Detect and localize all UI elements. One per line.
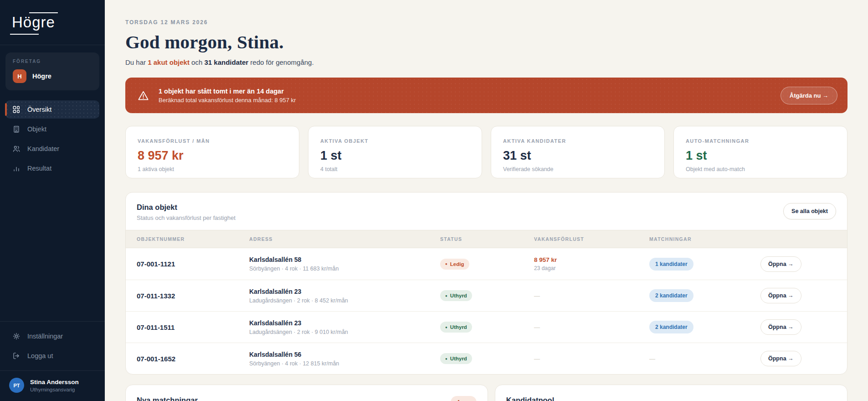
open-object-button[interactable]: Öppna → xyxy=(760,319,801,335)
open-object-button[interactable]: Öppna → xyxy=(760,351,801,366)
bottom-cards: Nya matchningar Kandidater som matchar d… xyxy=(125,385,847,401)
company-avatar: H xyxy=(13,69,26,83)
stat-card-aktiva-kandidater: AKTIVA KANDIDATER 31 st Verifierade söka… xyxy=(491,126,665,178)
column-header-adress: ADRESS xyxy=(249,236,440,242)
stat-sub: 4 totalt xyxy=(320,166,470,172)
sidebar-item-label: Objekt xyxy=(27,125,46,133)
intro-prefix: Du har xyxy=(125,58,148,66)
match-count: — xyxy=(649,355,760,362)
intro-line: Du har 1 akut objekt och 31 kandidater r… xyxy=(125,58,847,66)
intro-suffix: redo för genomgång. xyxy=(248,58,313,66)
table-header-row: OBJEKTNUMMER ADRESS STATUS VAKANSFÖRLUST… xyxy=(126,230,847,248)
sidebar-item-oversikt[interactable]: Översikt xyxy=(5,100,99,119)
warning-icon xyxy=(137,89,149,102)
user-profile[interactable]: PT Stina Andersson Uthyrningsansvarig xyxy=(0,370,105,401)
open-object-button[interactable]: Öppna → xyxy=(760,256,801,272)
stat-label: AKTIVA KANDIDATER xyxy=(503,138,652,144)
object-number: 07-011-1332 xyxy=(137,292,249,300)
stat-sub: Verifierade sökande xyxy=(503,166,652,172)
column-header-status: STATUS xyxy=(440,236,534,242)
stat-value: 8 957 kr xyxy=(138,149,287,163)
intro-middle: och xyxy=(190,58,205,66)
avatar: PT xyxy=(9,378,24,393)
table-row: 07-001-1652 Karlsdalsallén 56 Sörbyängen… xyxy=(126,343,847,374)
company-name: Högre xyxy=(32,73,51,80)
object-number: 07-011-1511 xyxy=(137,323,249,331)
object-number: 07-001-1652 xyxy=(137,355,249,363)
vacancy-alert-banner: 1 objekt har stått tomt i mer än 14 daga… xyxy=(125,78,847,113)
object-number: 07-001-1121 xyxy=(137,260,249,268)
object-address: Karlsdalsallén 23 xyxy=(249,288,440,295)
app-logo: Högre xyxy=(11,11,56,35)
status-badge: Uthyrd xyxy=(440,290,472,301)
profile-name: Stina Andersson xyxy=(30,379,79,385)
status-badge: Uthyrd xyxy=(440,322,472,333)
current-date: TORSDAG 12 MARS 2026 xyxy=(125,19,847,26)
sidebar-item-installningar[interactable]: Inställningar xyxy=(5,327,99,345)
alert-title: 1 objekt har stått tomt i mer än 14 daga… xyxy=(159,88,296,95)
match-count-badge: 1 kandidater xyxy=(649,258,693,271)
objects-table-card: Dina objekt Status och vakansförlust per… xyxy=(125,192,847,375)
intro-akut-highlight: 1 akut objekt xyxy=(148,58,190,66)
page-title: God morgon, Stina. xyxy=(125,31,847,53)
candidate-pool-card: Kandidatpool Hur väl matchar kandidatern… xyxy=(495,385,847,401)
object-details: Ladugårdsängen · 2 rok · 9 010 kr/mån xyxy=(249,329,440,335)
stat-card-aktiva-objekt: AKTIVA OBJEKT 1 st 4 totalt xyxy=(308,126,482,178)
stat-label: AUTO-MATCHNINGAR xyxy=(686,138,835,144)
stat-sub: 1 aktiva objekt xyxy=(138,166,287,172)
match-count-badge: 2 kandidater xyxy=(649,321,693,333)
sidebar: Högre FÖRETAG H Högre Översikt Objekt Ka… xyxy=(0,0,105,401)
card-title: Kandidatpool xyxy=(506,396,836,401)
profile-role: Uthyrningsansvarig xyxy=(30,387,79,392)
column-header-matchningar: MATCHNINGAR xyxy=(649,236,760,242)
sidebar-item-label: Resultat xyxy=(27,165,51,172)
main-content: TORSDAG 12 MARS 2026 God morgon, Stina. … xyxy=(105,0,868,401)
object-address: Karlsdalsallén 56 xyxy=(249,351,440,358)
logo-area: Högre xyxy=(0,0,105,45)
table-row: 07-011-1511 Karlsdalsallén 23 Ladugårdsä… xyxy=(126,311,847,343)
stat-value: 31 st xyxy=(503,149,652,163)
column-header-vakansforlust: VAKANSFÖRLUST xyxy=(534,236,649,242)
intro-kandidater-highlight: 31 kandidater xyxy=(204,58,248,66)
stat-sub: Objekt med auto-match xyxy=(686,166,835,172)
sidebar-item-kandidater[interactable]: Kandidater xyxy=(5,140,99,158)
sidebar-nav: Översikt Objekt Kandidater Resultat xyxy=(0,100,105,177)
building-icon xyxy=(12,125,21,133)
sidebar-spacer xyxy=(0,177,105,321)
stat-label: VAKANSFÖRLUST / MÅN xyxy=(138,138,287,144)
sidebar-footer-nav: Inställningar Logga ut xyxy=(0,321,105,370)
bar-chart-icon xyxy=(12,164,21,172)
object-details: Sörbyängen · 4 rok · 11 683 kr/mån xyxy=(249,266,440,272)
status-badge: Ledig xyxy=(440,259,469,270)
stat-card-auto-matchningar: AUTO-MATCHNINGAR 1 st Objekt med auto-ma… xyxy=(673,126,847,178)
sidebar-item-objekt[interactable]: Objekt xyxy=(5,120,99,138)
new-matches-card: Nya matchningar Kandidater som matchar d… xyxy=(125,385,488,401)
open-object-button[interactable]: Öppna → xyxy=(760,288,801,303)
logout-icon xyxy=(12,352,21,360)
company-section-label: FÖRETAG xyxy=(13,59,92,64)
stat-label: AKTIVA OBJEKT xyxy=(320,138,470,144)
table-row: 07-011-1332 Karlsdalsallén 23 Ladugårdsä… xyxy=(126,280,847,311)
company-card[interactable]: FÖRETAG H Högre xyxy=(5,52,99,90)
vacancy-days: 23 dagar xyxy=(534,265,649,271)
see-all-objects-button[interactable]: Se alla objekt xyxy=(783,203,836,219)
alert-subtitle: Beräknad total vakansförlust denna månad… xyxy=(159,97,296,104)
sidebar-item-logga-ut[interactable]: Logga ut xyxy=(5,347,99,365)
vacancy-loss: 8 957 kr xyxy=(534,256,649,263)
sidebar-item-resultat[interactable]: Resultat xyxy=(5,159,99,177)
sidebar-item-label: Kandidater xyxy=(27,145,59,152)
vacancy-loss: — xyxy=(534,292,649,299)
object-address: Karlsdalsallén 23 xyxy=(249,319,440,327)
grid-icon xyxy=(12,105,21,114)
sidebar-item-label: Logga ut xyxy=(27,352,53,359)
alert-action-button[interactable]: Åtgärda nu → xyxy=(781,87,837,104)
object-details: Sörbyängen · 4 rok · 12 815 kr/mån xyxy=(249,360,440,367)
people-icon xyxy=(12,145,21,153)
stat-card-vakansforlust: VAKANSFÖRLUST / MÅN 8 957 kr 1 aktiva ob… xyxy=(125,126,299,178)
gear-icon xyxy=(12,332,21,340)
sidebar-item-label: Översikt xyxy=(27,106,51,113)
stat-value: 1 st xyxy=(320,149,470,163)
stat-cards: VAKANSFÖRLUST / MÅN 8 957 kr 1 aktiva ob… xyxy=(125,126,847,178)
vacancy-loss: — xyxy=(534,324,649,331)
object-address: Karlsdalsallén 58 xyxy=(249,256,440,263)
